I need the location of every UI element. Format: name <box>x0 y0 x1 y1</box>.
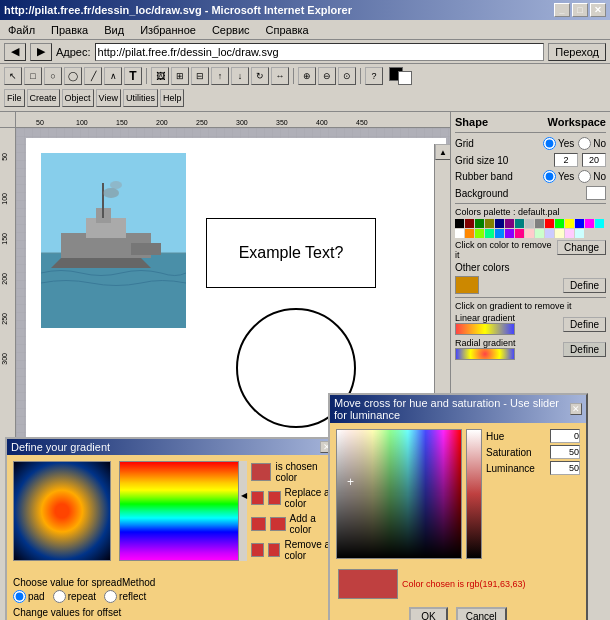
add-color-swatch[interactable] <box>251 517 266 531</box>
tool-flip-h[interactable]: ↔ <box>271 67 289 85</box>
color-ok-button[interactable]: OK <box>409 607 447 620</box>
tool-zoom-out[interactable]: ⊖ <box>318 67 336 85</box>
color-swatch[interactable] <box>475 229 484 238</box>
replace-color-swatch[interactable] <box>251 491 264 505</box>
grid-yes-radio[interactable] <box>543 137 556 150</box>
color-bg[interactable] <box>398 71 412 85</box>
maximize-button[interactable]: □ <box>572 3 588 17</box>
radial-gradient-preview[interactable] <box>455 348 515 360</box>
color-swatch[interactable] <box>555 219 564 228</box>
color-swatch[interactable] <box>495 229 504 238</box>
color-swatch[interactable] <box>565 219 574 228</box>
tool-move-down[interactable]: ↓ <box>231 67 249 85</box>
menu-file-tb[interactable]: File <box>4 89 25 107</box>
color-swatch[interactable] <box>585 219 594 228</box>
tool-image[interactable]: 🖼 <box>151 67 169 85</box>
color-swatch[interactable] <box>545 229 554 238</box>
menu-tools[interactable]: Сервис <box>208 22 254 38</box>
tool-help[interactable]: ? <box>365 67 383 85</box>
luminance-input[interactable] <box>550 461 580 475</box>
tool-rotate[interactable]: ↻ <box>251 67 269 85</box>
tool-line[interactable]: ╱ <box>84 67 102 85</box>
menu-create-tb[interactable]: Create <box>27 89 60 107</box>
menu-edit[interactable]: Правка <box>47 22 92 38</box>
tool-text[interactable]: T <box>124 67 142 85</box>
tool-move-up[interactable]: ↑ <box>211 67 229 85</box>
minimize-button[interactable]: _ <box>554 3 570 17</box>
color-swatch[interactable] <box>595 219 604 228</box>
color-swatch[interactable] <box>545 219 554 228</box>
close-button[interactable]: ✕ <box>590 3 606 17</box>
tool-zoom-fit[interactable]: ⊙ <box>338 67 356 85</box>
color-swatch[interactable] <box>575 229 584 238</box>
color-swatch[interactable] <box>455 229 464 238</box>
color-swatch[interactable] <box>525 229 534 238</box>
color-swatch[interactable] <box>555 229 564 238</box>
color-swatch[interactable] <box>565 229 574 238</box>
spread-pad-radio[interactable] <box>13 590 26 603</box>
hue-sat-box[interactable]: + <box>336 429 462 559</box>
tool-polyline[interactable]: ∧ <box>104 67 122 85</box>
back-button[interactable]: ◀ <box>4 43 26 61</box>
color-swatch[interactable] <box>455 219 464 228</box>
color-swatch[interactable] <box>525 219 534 228</box>
color-swatch[interactable] <box>485 229 494 238</box>
color-swatch[interactable] <box>465 219 474 228</box>
tool-ellipse[interactable]: ◯ <box>64 67 82 85</box>
remove-color-swatch[interactable] <box>251 543 264 557</box>
define-button-3[interactable]: Define <box>563 342 606 357</box>
tool-ungroup[interactable]: ⊟ <box>191 67 209 85</box>
color-swatch[interactable] <box>575 219 584 228</box>
menu-view[interactable]: Вид <box>100 22 128 38</box>
menu-object-tb[interactable]: Object <box>62 89 94 107</box>
menu-file[interactable]: Файл <box>4 22 39 38</box>
other-color-swatch[interactable] <box>455 276 479 294</box>
go-button[interactable]: Переход <box>548 43 606 61</box>
add-color-swatch2[interactable] <box>270 517 285 531</box>
color-swatch[interactable] <box>515 219 524 228</box>
rubber-no-radio[interactable] <box>578 170 591 183</box>
replace-color-swatch2[interactable] <box>268 491 281 505</box>
change-button[interactable]: Change <box>557 240 606 255</box>
menu-view-tb[interactable]: View <box>96 89 121 107</box>
tool-zoom-in[interactable]: ⊕ <box>298 67 316 85</box>
address-input[interactable] <box>95 43 545 61</box>
color-swatch[interactable] <box>485 219 494 228</box>
color-cancel-button[interactable]: Cancel <box>456 607 507 620</box>
color-swatch[interactable] <box>495 219 504 228</box>
spread-repeat-radio[interactable] <box>53 590 66 603</box>
grid-size-min-input[interactable] <box>554 153 578 167</box>
menu-favorites[interactable]: Избранное <box>136 22 200 38</box>
tool-group[interactable]: ⊞ <box>171 67 189 85</box>
background-swatch[interactable] <box>586 186 606 200</box>
color-swatch[interactable] <box>505 219 514 228</box>
define-button-1[interactable]: Define <box>563 278 606 293</box>
hue-input[interactable] <box>550 429 580 443</box>
color-swatch[interactable] <box>475 219 484 228</box>
saturation-input[interactable] <box>550 445 580 459</box>
grid-no-radio[interactable] <box>578 137 591 150</box>
define-button-2[interactable]: Define <box>563 317 606 332</box>
color-swatch[interactable] <box>535 219 544 228</box>
scroll-up-button[interactable]: ▲ <box>435 144 450 160</box>
grid-size-max-input[interactable] <box>582 153 606 167</box>
color-swatch[interactable] <box>505 229 514 238</box>
remove-color-swatch2[interactable] <box>268 543 281 557</box>
rubber-yes-radio[interactable] <box>543 170 556 183</box>
menu-utilities-tb[interactable]: Utilities <box>123 89 158 107</box>
tool-select[interactable]: ↖ <box>4 67 22 85</box>
tool-rect[interactable]: □ <box>24 67 42 85</box>
color-dialog-close[interactable]: ✕ <box>570 403 582 415</box>
menu-help-tb[interactable]: Help <box>160 89 185 107</box>
tool-circle[interactable]: ○ <box>44 67 62 85</box>
color-swatch[interactable] <box>465 229 474 238</box>
linear-gradient-preview[interactable] <box>455 323 515 335</box>
color-swatch[interactable] <box>535 229 544 238</box>
color-swatch[interactable] <box>515 229 524 238</box>
rainbow-bar[interactable] <box>119 461 239 561</box>
spread-reflect-radio[interactable] <box>104 590 117 603</box>
forward-button[interactable]: ▶ <box>30 43 52 61</box>
chosen-color-swatch[interactable] <box>251 463 272 481</box>
menu-help[interactable]: Справка <box>262 22 313 38</box>
luminance-bar[interactable] <box>466 429 482 559</box>
